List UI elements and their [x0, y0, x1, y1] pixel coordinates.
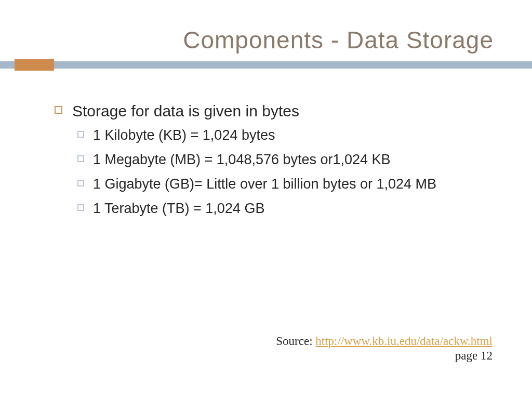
- list-item-text: 1 Megabyte (MB) = 1,048,576 bytes or1,02…: [93, 152, 391, 167]
- divider-bar-orange: [15, 59, 54, 71]
- source-label: Source:: [276, 335, 315, 348]
- list-item-text: Storage for data is given in bytes: [72, 102, 299, 119]
- slide-title: Components - Data Storage: [0, 0, 532, 59]
- footer: Source: http://www.kb.iu.edu/data/ackw.h…: [276, 334, 493, 364]
- page-number: page 12: [276, 349, 493, 364]
- list-item: 1 Kilobyte (KB) = 1,024 bytes: [77, 125, 485, 145]
- list-item: 1 Megabyte (MB) = 1,048,576 bytes or1,02…: [77, 150, 485, 170]
- slide: Components - Data Storage Storage for da…: [0, 0, 532, 399]
- source-link[interactable]: http://www.kb.iu.edu/data/ackw.html: [315, 335, 493, 348]
- list-item: 1 Gigabyte (GB)= Little over 1 billion b…: [77, 174, 485, 194]
- content-area: Storage for data is given in bytes 1 Kil…: [0, 69, 532, 219]
- list-item-text: 1 Terabyte (TB) = 1,024 GB: [93, 201, 264, 216]
- list-item: Storage for data is given in bytes 1 Kil…: [55, 101, 485, 219]
- divider-bar-blue: [0, 61, 532, 69]
- list-item-text: 1 Gigabyte (GB)= Little over 1 billion b…: [93, 176, 436, 192]
- bullet-list-level1: Storage for data is given in bytes 1 Kil…: [55, 101, 485, 219]
- title-divider: [0, 61, 532, 69]
- bullet-list-level2: 1 Kilobyte (KB) = 1,024 bytes 1 Megabyte…: [72, 125, 485, 219]
- source-line: Source: http://www.kb.iu.edu/data/ackw.h…: [276, 334, 493, 349]
- list-item: 1 Terabyte (TB) = 1,024 GB: [77, 198, 485, 219]
- list-item-text: 1 Kilobyte (KB) = 1,024 bytes: [93, 127, 275, 143]
